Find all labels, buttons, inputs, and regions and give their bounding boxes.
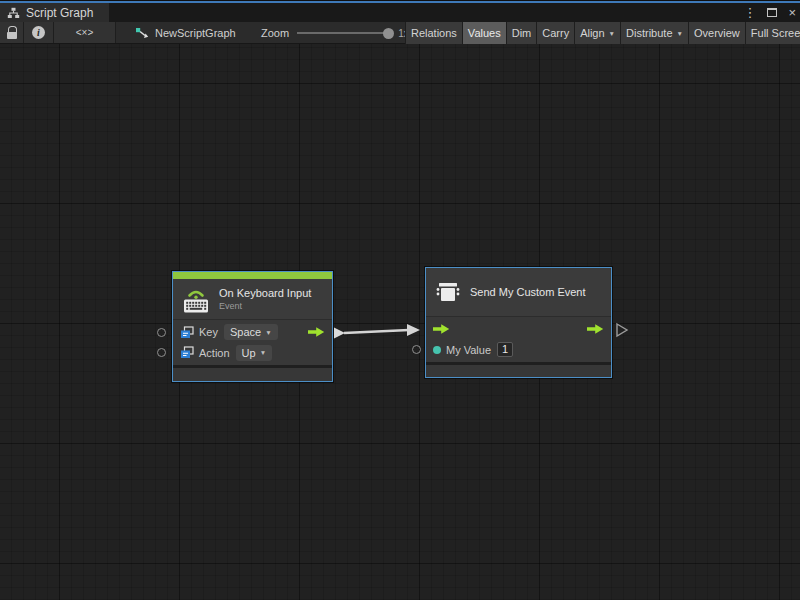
graph-breadcrumb[interactable]: NewScriptGraph xyxy=(135,22,236,44)
carry-button[interactable]: Carry xyxy=(536,22,574,44)
node-title: Send My Custom Event xyxy=(470,286,586,298)
custom-event-icon xyxy=(434,280,462,305)
action-external-port[interactable] xyxy=(157,348,166,357)
chevron-down-icon: ▼ xyxy=(265,329,271,336)
fullscreen-button[interactable]: Full Screen xyxy=(745,22,800,44)
node-header: On Keyboard Input Event xyxy=(173,279,332,320)
node-footer xyxy=(426,365,611,377)
zoom-slider-handle[interactable] xyxy=(383,28,394,39)
graph-canvas[interactable]: On Keyboard Input Event Key Space ▼ xyxy=(0,44,800,600)
action-dropdown[interactable]: Up ▼ xyxy=(236,345,273,361)
port-row-my-value: My Value 1 xyxy=(426,340,611,361)
my-value-input[interactable]: 1 xyxy=(497,342,513,357)
lock-icon xyxy=(6,26,18,39)
next-trigger-port-icon[interactable] xyxy=(615,322,629,338)
chevron-down-icon: ▼ xyxy=(260,349,266,356)
toolbar: i <×> NewScriptGraph Zoom 1x Relations V… xyxy=(0,22,800,44)
node-titles: On Keyboard Input Event xyxy=(219,287,311,311)
trigger-output-port-icon[interactable] xyxy=(587,323,604,335)
event-accent-bar xyxy=(173,272,332,279)
relations-button[interactable]: Relations xyxy=(405,22,462,44)
key-external-port[interactable] xyxy=(157,328,166,337)
node-on-keyboard-input[interactable]: On Keyboard Input Event Key Space ▼ xyxy=(172,271,333,382)
node-port-rows: My Value 1 xyxy=(426,317,611,362)
zoom-control: Zoom 1x xyxy=(261,22,409,44)
overview-button[interactable]: Overview xyxy=(688,22,745,44)
node-header: Send My Custom Event xyxy=(426,268,611,317)
chevron-down-icon: ▼ xyxy=(677,30,683,37)
lock-button[interactable] xyxy=(0,22,24,43)
maximize-icon[interactable] xyxy=(767,3,777,22)
key-dropdown[interactable]: Space ▼ xyxy=(224,324,278,340)
info-icon: i xyxy=(32,26,45,39)
my-value-external-port[interactable] xyxy=(412,345,421,354)
trigger-output-port-icon[interactable] xyxy=(308,326,325,338)
graph-hierarchy-icon xyxy=(7,7,20,19)
node-footer xyxy=(173,368,332,381)
tab-script-graph[interactable]: Script Graph xyxy=(0,3,109,22)
script-graph-asset-icon xyxy=(135,27,149,40)
variable-icon xyxy=(180,346,194,359)
zoom-slider[interactable] xyxy=(297,32,389,34)
variable-icon xyxy=(180,326,194,339)
window-controls: ⋮ × xyxy=(743,3,796,22)
node-port-rows: Key Space ▼ Action xyxy=(173,320,332,365)
port-label-key: Key xyxy=(199,326,218,338)
unity-editor-window: Script Graph ⋮ × i <×> NewScriptGraph Zo… xyxy=(0,0,800,600)
value-port-icon[interactable] xyxy=(433,346,441,354)
close-icon[interactable]: × xyxy=(788,3,796,22)
node-send-my-custom-event[interactable]: Send My Custom Event My Value 1 xyxy=(425,267,612,378)
code-view-button[interactable]: <×> xyxy=(54,22,116,43)
port-row-trigger xyxy=(426,319,611,340)
port-row-key: Key Space ▼ xyxy=(173,322,332,343)
port-row-action: Action Up ▼ xyxy=(173,343,332,364)
connections-layer xyxy=(0,44,800,600)
tab-bar: Script Graph ⋮ × xyxy=(0,3,800,22)
node-subtitle: Event xyxy=(219,301,311,311)
values-button[interactable]: Values xyxy=(462,22,506,44)
trigger-input-port-icon[interactable] xyxy=(433,323,450,335)
connection-wire[interactable] xyxy=(334,324,420,339)
distribute-button[interactable]: Distribute▼ xyxy=(620,22,688,44)
graph-name-label: NewScriptGraph xyxy=(155,27,236,39)
toolbar-buttons: Relations Values Dim Carry Align▼ Distri… xyxy=(405,22,800,44)
node-title: On Keyboard Input xyxy=(219,287,311,299)
info-button[interactable]: i xyxy=(24,22,54,43)
tab-title: Script Graph xyxy=(26,6,93,20)
port-label-my-value: My Value xyxy=(446,344,491,356)
chevron-down-icon: ▼ xyxy=(609,30,615,37)
menu-icon[interactable]: ⋮ xyxy=(743,3,756,22)
zoom-label: Zoom xyxy=(261,27,289,39)
dim-button[interactable]: Dim xyxy=(506,22,537,44)
port-label-action: Action xyxy=(199,347,230,359)
align-button[interactable]: Align▼ xyxy=(574,22,620,44)
code-icon: <×> xyxy=(76,27,94,38)
keyboard-icon xyxy=(181,286,211,313)
